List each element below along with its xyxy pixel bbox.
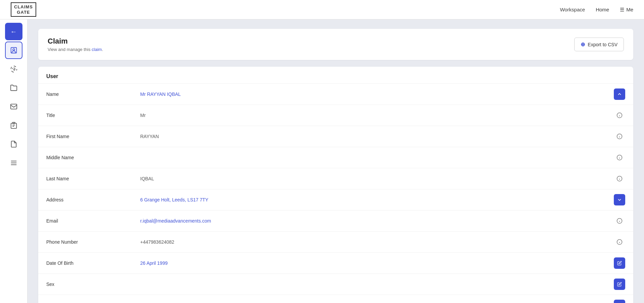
claim-link[interactable]: claim	[92, 47, 102, 52]
table-row: Email r.iqbal@mediaadvancements.com	[38, 210, 633, 231]
dob-edit-button[interactable]	[614, 257, 625, 269]
field-value-first-name: RAYYAN	[140, 134, 614, 139]
table-row: Sex	[38, 274, 633, 295]
table-row: Date Of Birth 26 April 1999	[38, 252, 633, 274]
nav-me[interactable]: ☰ Me	[620, 7, 633, 13]
table-row: Phone Number +447983624082	[38, 231, 633, 252]
svg-rect-4	[11, 123, 16, 129]
svg-rect-2	[10, 104, 16, 109]
layout: ←	[0, 19, 644, 303]
field-label-dob: Date Of Birth	[46, 260, 140, 266]
sidebar-btn-fingerprint[interactable]	[5, 60, 22, 78]
hamburger-icon: ☰	[620, 7, 624, 13]
field-value-phone: +447983624082	[140, 239, 614, 245]
nav-workspace[interactable]: Workspace	[560, 7, 585, 12]
field-label-name: Name	[46, 92, 140, 97]
sidebar-btn-folder[interactable]	[5, 79, 22, 97]
field-label-first-name: First Name	[46, 134, 140, 139]
sidebar-btn-contact[interactable]	[5, 42, 22, 59]
page-header-card: Claim View and manage this claim. ⊕ Expo…	[38, 29, 633, 60]
sidebar: ←	[0, 19, 28, 303]
export-csv-button[interactable]: ⊕ Export to CSV	[574, 38, 624, 51]
title-info-button[interactable]	[614, 110, 625, 121]
sex-edit-button[interactable]	[614, 279, 625, 290]
logo: CLAIMS GATE	[11, 2, 36, 17]
nav-links: Workspace Home ☰ Me	[560, 7, 633, 13]
export-label: Export to CSV	[588, 42, 618, 47]
table-row: Name Mr RAYYAN IQBAL	[38, 83, 633, 105]
last-name-info-button[interactable]	[614, 173, 625, 184]
page-subtitle: View and manage this claim.	[48, 47, 103, 52]
user-section-title: User	[38, 67, 633, 83]
first-name-info-button[interactable]	[614, 131, 625, 142]
middle-name-info-button[interactable]	[614, 152, 625, 163]
email-info-button[interactable]	[614, 215, 625, 227]
field-value-address: 6 Grange Holt, Leeds, LS17 7TY	[140, 197, 614, 202]
sidebar-btn-clipboard[interactable]	[5, 117, 22, 134]
field-value-name: Mr RAYYAN IQBAL	[140, 92, 614, 97]
field-label-email: Email	[46, 218, 140, 224]
table-row: Address 6 Grange Holt, Leeds, LS17 7TY	[38, 189, 633, 210]
sidebar-btn-mail[interactable]	[5, 98, 22, 115]
table-row: National Insurance Number	[38, 295, 633, 303]
sidebar-btn-back[interactable]: ←	[5, 23, 22, 40]
table-row: Title Mr	[38, 105, 633, 126]
phone-info-button[interactable]	[614, 236, 625, 248]
user-section-card: User Name Mr RAYYAN IQBAL Title Mr	[38, 67, 633, 303]
top-nav: CLAIMS GATE Workspace Home ☰ Me	[0, 0, 644, 19]
field-label-phone: Phone Number	[46, 239, 140, 245]
sidebar-btn-list[interactable]	[5, 154, 22, 172]
field-label-address: Address	[46, 197, 140, 202]
ni-edit-button[interactable]	[614, 300, 625, 303]
field-label-middle-name: Middle Name	[46, 155, 140, 160]
table-row: Last Name IQBAL	[38, 168, 633, 189]
address-chevron-down-button[interactable]	[614, 194, 625, 205]
field-value-dob: 26 April 1999	[140, 260, 614, 266]
svg-point-1	[13, 49, 15, 51]
table-row: First Name RAYYAN	[38, 126, 633, 147]
sidebar-btn-document[interactable]	[5, 135, 22, 153]
table-row: Middle Name	[38, 147, 633, 168]
field-label-sex: Sex	[46, 282, 140, 287]
field-value-last-name: IQBAL	[140, 176, 614, 181]
main-content: Claim View and manage this claim. ⊕ Expo…	[28, 19, 644, 303]
page-title: Claim	[48, 37, 103, 46]
field-value-email: r.iqbal@mediaadvancements.com	[140, 218, 614, 224]
field-value-title: Mr	[140, 113, 614, 118]
nav-home[interactable]: Home	[596, 7, 609, 12]
field-label-title: Title	[46, 113, 140, 118]
export-plus-icon: ⊕	[581, 41, 585, 48]
name-chevron-up-button[interactable]	[614, 88, 625, 100]
field-label-last-name: Last Name	[46, 176, 140, 181]
